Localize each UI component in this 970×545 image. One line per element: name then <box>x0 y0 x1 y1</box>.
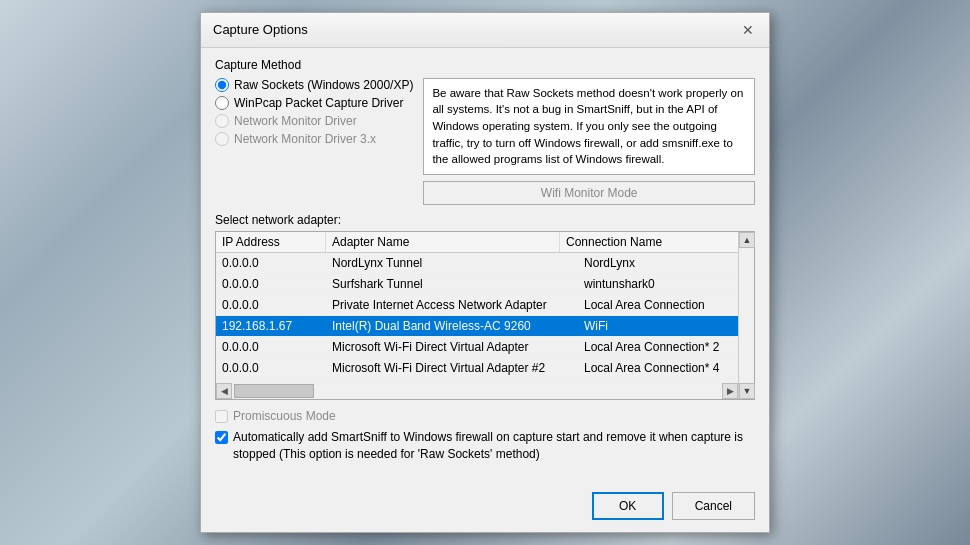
cell-connection-1: wintunshark0 <box>578 274 738 294</box>
info-text-box: Be aware that Raw Sockets method doesn't… <box>423 78 755 175</box>
radio-netmon: Network Monitor Driver <box>215 114 413 128</box>
dialog-body: Capture Method Raw Sockets (Windows 2000… <box>201 48 769 487</box>
dialog-footer: OK Cancel <box>201 486 769 532</box>
scroll-track[interactable] <box>232 383 722 399</box>
table-wrapper: IP Address Adapter Name Connection Name … <box>215 231 755 400</box>
cell-ip-5: 0.0.0.0 <box>216 358 326 378</box>
radio-raw-label: Raw Sockets (Windows 2000/XP) <box>234 78 413 92</box>
radio-netmon3-label: Network Monitor Driver 3.x <box>234 132 376 146</box>
capture-options-dialog: Capture Options ✕ Capture Method Raw Soc… <box>200 12 770 534</box>
capture-radio-group: Raw Sockets (Windows 2000/XP) WinPcap Pa… <box>215 78 413 146</box>
cell-connection-2: Local Area Connection <box>578 295 738 315</box>
radio-netmon-label: Network Monitor Driver <box>234 114 357 128</box>
table-body: 0.0.0.0 NordLynx Tunnel NordLynx 0.0.0.0… <box>216 253 738 383</box>
scroll-left-btn[interactable]: ◀ <box>216 383 232 399</box>
cell-ip-6: 127.0.0.1 <box>216 379 326 383</box>
table-header: IP Address Adapter Name Connection Name <box>216 232 738 253</box>
horizontal-scrollbar[interactable]: ◀ ▶ <box>216 383 738 399</box>
scroll-thumb[interactable] <box>234 384 314 398</box>
promiscuous-checkbox <box>215 410 228 423</box>
table-row-selected[interactable]: 192.168.1.67 Intel(R) Dual Band Wireless… <box>216 316 738 337</box>
ok-button[interactable]: OK <box>592 492 664 520</box>
table-row[interactable]: 0.0.0.0 NordLynx Tunnel NordLynx <box>216 253 738 274</box>
col-adapter: Adapter Name <box>326 232 560 252</box>
cell-adapter-5: Microsoft Wi-Fi Direct Virtual Adapter #… <box>326 358 578 378</box>
cell-connection-5: Local Area Connection* 4 <box>578 358 738 378</box>
table-row[interactable]: 0.0.0.0 Microsoft Wi-Fi Direct Virtual A… <box>216 358 738 379</box>
cell-adapter-6: Loopback Interface <box>326 379 578 383</box>
cancel-button[interactable]: Cancel <box>672 492 755 520</box>
cell-ip-4: 0.0.0.0 <box>216 337 326 357</box>
table-row[interactable]: 0.0.0.0 Microsoft Wi-Fi Direct Virtual A… <box>216 337 738 358</box>
select-adapter-label: Select network adapter: <box>215 213 755 227</box>
cell-connection-3: WiFi <box>578 316 738 336</box>
table-main: IP Address Adapter Name Connection Name … <box>216 232 738 399</box>
info-right: Be aware that Raw Sockets method doesn't… <box>423 78 755 205</box>
capture-method-section: Capture Method Raw Sockets (Windows 2000… <box>215 58 755 205</box>
col-connection: Connection Name <box>560 232 720 252</box>
radio-winpcap-label: WinPcap Packet Capture Driver <box>234 96 403 110</box>
title-bar: Capture Options ✕ <box>201 13 769 48</box>
cell-adapter-4: Microsoft Wi-Fi Direct Virtual Adapter <box>326 337 578 357</box>
cell-connection-6 <box>578 379 738 383</box>
radio-winpcap: WinPcap Packet Capture Driver <box>215 96 413 110</box>
cell-ip-1: 0.0.0.0 <box>216 274 326 294</box>
close-button[interactable]: ✕ <box>739 21 757 39</box>
cell-adapter-2: Private Internet Access Network Adapter <box>326 295 578 315</box>
cell-adapter-3: Intel(R) Dual Band Wireless-AC 9260 <box>326 316 578 336</box>
dialog-title: Capture Options <box>213 22 308 37</box>
scroll-track-v[interactable] <box>739 248 754 383</box>
radio-netmon3: Network Monitor Driver 3.x <box>215 132 413 146</box>
scroll-up-btn[interactable]: ▲ <box>739 232 755 248</box>
scroll-down-btn[interactable]: ▼ <box>739 383 755 399</box>
promiscuous-label: Promiscuous Mode <box>233 408 336 425</box>
promiscuous-mode-row: Promiscuous Mode <box>215 408 755 425</box>
col-ip: IP Address <box>216 232 326 252</box>
cell-adapter-1: Surfshark Tunnel <box>326 274 578 294</box>
capture-row: Raw Sockets (Windows 2000/XP) WinPcap Pa… <box>215 78 755 205</box>
cell-ip-3: 192.168.1.67 <box>216 316 326 336</box>
table-row[interactable]: 0.0.0.0 Private Internet Access Network … <box>216 295 738 316</box>
cell-adapter-0: NordLynx Tunnel <box>326 253 578 273</box>
cell-connection-0: NordLynx <box>578 253 738 273</box>
auto-add-row: Automatically add SmartSniff to Windows … <box>215 429 755 463</box>
auto-add-label: Automatically add SmartSniff to Windows … <box>233 429 755 463</box>
cell-connection-4: Local Area Connection* 2 <box>578 337 738 357</box>
scroll-right-btn[interactable]: ▶ <box>722 383 738 399</box>
cell-ip-0: 0.0.0.0 <box>216 253 326 273</box>
auto-add-checkbox[interactable] <box>215 431 228 444</box>
radio-raw: Raw Sockets (Windows 2000/XP) <box>215 78 413 92</box>
bottom-checkboxes: Promiscuous Mode Automatically add Smart… <box>215 408 755 462</box>
cell-ip-2: 0.0.0.0 <box>216 295 326 315</box>
wifi-monitor-btn: Wifi Monitor Mode <box>423 181 755 205</box>
vertical-scrollbar[interactable]: ▲ ▼ <box>738 232 754 399</box>
table-row[interactable]: 127.0.0.1 Loopback Interface <box>216 379 738 383</box>
capture-method-label: Capture Method <box>215 58 755 72</box>
table-row[interactable]: 0.0.0.0 Surfshark Tunnel wintunshark0 <box>216 274 738 295</box>
